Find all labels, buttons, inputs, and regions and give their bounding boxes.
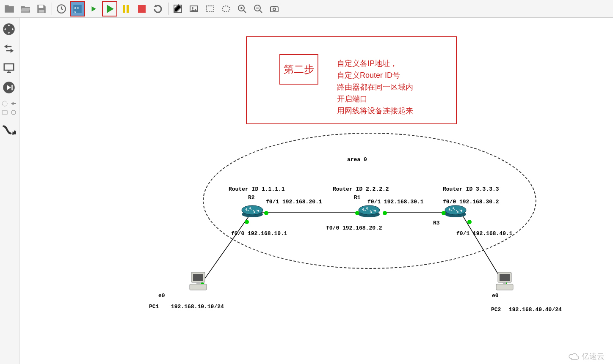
pc1-iface: e0 xyxy=(158,293,165,299)
svg-rect-40 xyxy=(190,284,207,290)
step2-line5: 用网线将设备连接起来 xyxy=(337,105,413,117)
pause-button[interactable] xyxy=(118,1,133,16)
save-button[interactable] xyxy=(34,1,49,16)
cable-button[interactable] xyxy=(0,121,18,139)
pc2-name: PC2 xyxy=(491,307,501,313)
r2-router-id: Router ID 1.1.1.1 xyxy=(229,186,285,192)
zoom-out-button[interactable] xyxy=(251,1,266,16)
separator xyxy=(168,3,168,15)
r3-f01: f0/1 192.168.40.1 xyxy=(456,230,513,237)
top-toolbar: a bc xyxy=(0,0,613,18)
svg-rect-12 xyxy=(206,6,214,12)
screenshot-button[interactable] xyxy=(267,1,282,16)
monitor-button[interactable] xyxy=(0,59,18,77)
play-small-button[interactable] xyxy=(86,1,101,16)
watermark: 亿速云 xyxy=(568,351,605,361)
link-lines xyxy=(187,202,517,290)
left-toolbar xyxy=(0,18,19,364)
r1-name: R1 xyxy=(354,194,361,201)
topology-canvas[interactable]: 第二步 自定义各IP地址， 自定义Router ID号 路由器都在同一区域内 开… xyxy=(19,18,613,364)
misc1-icon[interactable] xyxy=(0,99,9,108)
step2-label: 第二步 xyxy=(279,54,318,85)
r1-f01: f0/1 192.168.30.1 xyxy=(367,199,424,205)
router-r3[interactable] xyxy=(445,205,467,218)
svg-rect-1 xyxy=(39,10,44,12)
svg-text:a b: a b xyxy=(74,6,79,10)
step-button[interactable] xyxy=(0,79,18,96)
svg-rect-8 xyxy=(138,5,146,13)
step2-line2: 自定义Router ID号 xyxy=(337,69,413,81)
svg-rect-7 xyxy=(127,5,129,13)
svg-rect-41 xyxy=(196,282,200,284)
svg-point-17 xyxy=(273,8,276,11)
r2-f00: f0/0 192.168.10.1 xyxy=(231,230,287,237)
separator xyxy=(52,3,52,15)
open-console-button[interactable]: a bc xyxy=(70,1,85,16)
router-r1[interactable] xyxy=(358,205,380,218)
svg-rect-45 xyxy=(503,282,506,284)
step2-description: 自定义各IP地址， 自定义Router ID号 路由器都在同一区域内 开启端口 … xyxy=(337,57,413,117)
svg-rect-16 xyxy=(271,7,278,12)
svg-rect-23 xyxy=(2,111,7,114)
svg-rect-43 xyxy=(500,274,510,281)
clock-button[interactable] xyxy=(54,1,69,16)
misc2-icon[interactable] xyxy=(9,99,18,108)
undo-redo-button[interactable] xyxy=(0,40,18,57)
cloud-icon xyxy=(568,353,580,360)
r1-f00: f0/0 192.168.20.2 xyxy=(326,225,382,231)
r2-f01: f0/1 192.168.20.1 xyxy=(266,199,322,205)
svg-rect-6 xyxy=(123,5,125,13)
pc2-iface: e0 xyxy=(492,293,499,299)
svg-rect-20 xyxy=(4,64,14,70)
svg-rect-39 xyxy=(193,274,203,281)
step2-line3: 路由器都在同一区域内 xyxy=(337,81,413,93)
watermark-text: 亿速云 xyxy=(582,351,605,361)
svg-rect-44 xyxy=(496,284,513,290)
pc2[interactable] xyxy=(495,271,514,292)
area-label: area 0 xyxy=(347,156,367,163)
pc1[interactable] xyxy=(189,271,207,292)
step2-line1: 自定义各IP地址， xyxy=(337,57,413,69)
svg-rect-18 xyxy=(273,6,276,7)
router-r2[interactable] xyxy=(241,205,263,218)
svg-point-22 xyxy=(2,101,7,106)
svg-point-24 xyxy=(11,110,16,115)
pc1-ip: 192.168.10.10/24 xyxy=(171,304,224,310)
misc4-icon[interactable] xyxy=(9,108,18,117)
pc1-name: PC1 xyxy=(149,304,159,310)
svg-point-11 xyxy=(192,7,193,9)
link-dot xyxy=(264,211,268,215)
zoom-in-button[interactable] xyxy=(235,1,250,16)
svg-point-13 xyxy=(222,6,230,12)
ellipse-select-button[interactable] xyxy=(218,1,234,16)
note-button[interactable] xyxy=(170,1,185,16)
link-dot xyxy=(245,220,249,224)
open-file-button[interactable] xyxy=(2,1,17,16)
reload-button[interactable] xyxy=(150,1,166,16)
r3-router-id: Router ID 3.3.3.3 xyxy=(443,186,499,192)
open-folder-button[interactable] xyxy=(18,1,33,16)
svg-rect-0 xyxy=(39,5,44,8)
step2-line4: 开启端口 xyxy=(337,93,413,105)
image-button[interactable] xyxy=(186,1,202,16)
link-dot xyxy=(383,211,387,215)
move-tool-button[interactable] xyxy=(0,20,18,38)
pc2-ip: 192.168.40.40/24 xyxy=(509,307,562,313)
start-all-button[interactable] xyxy=(102,1,117,16)
rect-select-button[interactable] xyxy=(202,1,218,16)
r2-name: R2 xyxy=(248,194,255,201)
link-dot xyxy=(467,220,472,224)
stop-button[interactable] xyxy=(134,1,149,16)
r3-f00: f0/0 192.168.30.2 xyxy=(443,199,499,205)
svg-text:c: c xyxy=(74,9,76,13)
r3-name: R3 xyxy=(433,220,440,226)
misc3-icon[interactable] xyxy=(0,108,9,117)
r1-router-id: Router ID 2.2.2.2 xyxy=(333,186,389,192)
